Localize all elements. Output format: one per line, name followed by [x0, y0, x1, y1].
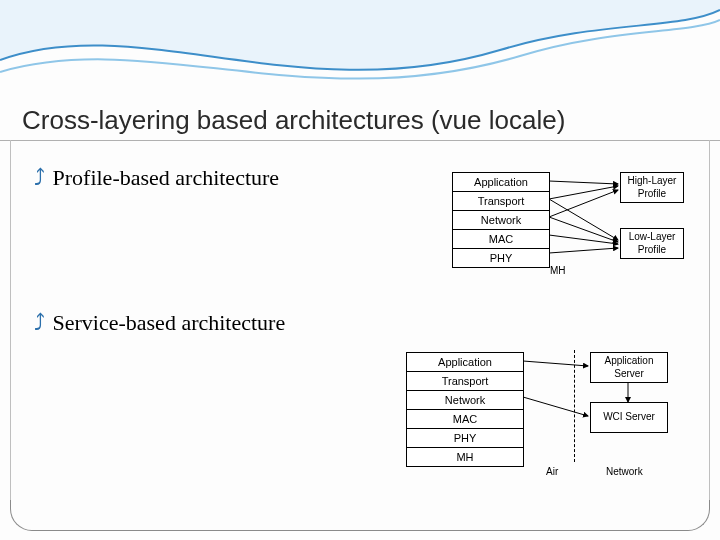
frame-border-left [10, 140, 11, 500]
bullet-profile-based: ⤴ Profile-based architecture [34, 165, 279, 191]
svg-line-3 [549, 190, 618, 217]
diagram-profile-stack: Application Transport Network MAC PHY [452, 172, 550, 268]
diagram-service-stack: Application Transport Network MAC PHY MH [406, 352, 524, 467]
wci-server-box: WCI Server [590, 402, 668, 433]
slide-title: Cross-layering based architectures (vue … [22, 105, 565, 136]
high-layer-profile-line1: High-Layer [628, 175, 677, 186]
svg-line-2 [549, 199, 618, 240]
high-layer-profile-line2: Profile [638, 188, 666, 199]
low-layer-profile-line2: Profile [638, 244, 666, 255]
bullet-profile-based-label: Profile-based architecture [53, 165, 280, 190]
bullet-marker-icon: ⤴ [34, 310, 45, 335]
layer-phy: PHY [406, 428, 524, 448]
header-wave [0, 0, 720, 100]
svg-line-6 [549, 248, 618, 253]
bullet-service-based-label: Service-based architecture [53, 310, 286, 335]
bullet-marker-icon: ⤴ [34, 165, 45, 190]
layer-network: Network [406, 390, 524, 410]
application-server-box: Application Server [590, 352, 668, 383]
bullet-service-based: ⤴ Service-based architecture [34, 310, 285, 336]
low-layer-profile-box: Low-Layer Profile [620, 228, 684, 259]
layer-mac: MAC [406, 409, 524, 429]
wci-server-line1: WCI Server [603, 411, 655, 422]
svg-line-8 [523, 397, 588, 416]
network-label: Network [606, 466, 643, 477]
low-layer-profile-line1: Low-Layer [629, 231, 676, 242]
layer-phy: PHY [452, 248, 550, 268]
layer-network: Network [452, 210, 550, 230]
svg-line-7 [523, 361, 588, 366]
diagram-profile-based: Application Transport Network MAC PHY Hi… [420, 170, 698, 282]
layer-transport: Transport [406, 371, 524, 391]
frame-border-right [709, 140, 710, 500]
svg-line-5 [549, 235, 618, 244]
diagram-service-based: Application Transport Network MAC PHY MH… [380, 350, 700, 520]
application-server-line2: Server [614, 368, 643, 379]
layer-application: Application [452, 172, 550, 192]
mh-label: MH [550, 265, 566, 276]
layer-transport: Transport [452, 191, 550, 211]
svg-line-0 [549, 181, 618, 184]
layer-mac: MAC [452, 229, 550, 249]
svg-line-1 [549, 186, 618, 199]
air-label: Air [546, 466, 558, 477]
title-underline [0, 140, 720, 141]
layer-mh: MH [406, 447, 524, 467]
high-layer-profile-box: High-Layer Profile [620, 172, 684, 203]
layer-application: Application [406, 352, 524, 372]
svg-line-4 [549, 217, 618, 242]
application-server-line1: Application [605, 355, 654, 366]
